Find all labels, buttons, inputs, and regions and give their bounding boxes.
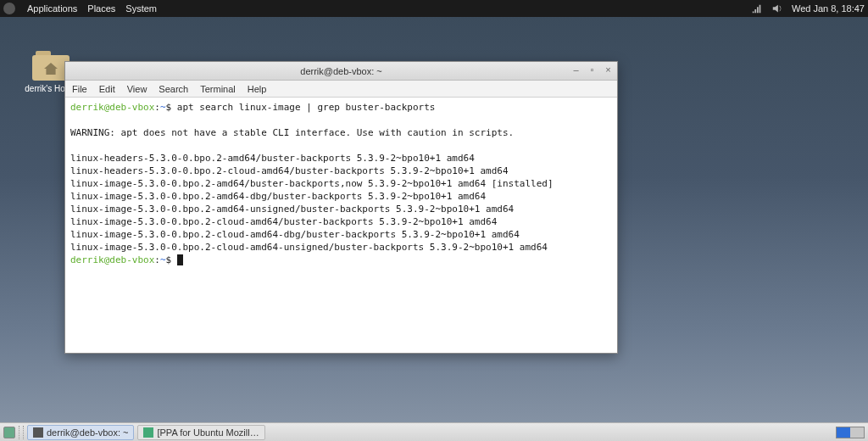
window-title: derrik@deb-vbox: ~ bbox=[300, 66, 381, 76]
taskbar-item-terminal[interactable]: derrik@deb-vbox: ~ bbox=[27, 425, 134, 440]
taskbar-item-label: [PPA for Ubuntu Mozill… bbox=[157, 427, 259, 438]
bottom-taskbar: derrik@deb-vbox: ~ [PPA for Ubuntu Mozil… bbox=[0, 422, 868, 441]
workspace-switcher[interactable] bbox=[836, 427, 865, 438]
window-controls: – ▫ × bbox=[570, 64, 614, 75]
top-panel-left: Applications Places System bbox=[3, 3, 157, 14]
show-desktop-button[interactable] bbox=[3, 427, 15, 438]
maximize-button[interactable]: ▫ bbox=[587, 64, 598, 75]
window-titlebar[interactable]: derrik@deb-vbox: ~ – ▫ × bbox=[65, 62, 617, 81]
menu-file[interactable]: File bbox=[72, 84, 87, 94]
globe-icon bbox=[143, 427, 153, 438]
menu-terminal[interactable]: Terminal bbox=[200, 84, 236, 94]
menu-edit[interactable]: Edit bbox=[99, 84, 115, 94]
activities-logo-icon[interactable] bbox=[3, 3, 15, 14]
volume-icon[interactable] bbox=[771, 3, 783, 14]
taskbar-item-browser[interactable]: [PPA for Ubuntu Mozill… bbox=[137, 425, 264, 440]
menu-applications[interactable]: Applications bbox=[27, 3, 77, 14]
terminal-body[interactable]: derrik@deb-vbox:~$ apt search linux-imag… bbox=[65, 98, 617, 353]
menu-places[interactable]: Places bbox=[87, 3, 115, 14]
menu-system[interactable]: System bbox=[125, 3, 157, 14]
minimize-button[interactable]: – bbox=[570, 64, 581, 75]
taskbar-separator bbox=[19, 426, 24, 439]
menu-view[interactable]: View bbox=[127, 84, 147, 94]
close-button[interactable]: × bbox=[603, 64, 614, 75]
network-icon[interactable] bbox=[751, 3, 763, 14]
window-menubar: File Edit View Search Terminal Help bbox=[65, 81, 617, 98]
top-panel-right: Wed Jan 8, 18:47 bbox=[751, 3, 865, 14]
top-panel: Applications Places System Wed Jan 8, 18… bbox=[0, 0, 868, 17]
menu-help[interactable]: Help bbox=[248, 84, 267, 94]
terminal-window[interactable]: derrik@deb-vbox: ~ – ▫ × File Edit View … bbox=[64, 61, 618, 354]
clock[interactable]: Wed Jan 8, 18:47 bbox=[792, 3, 865, 14]
taskbar-item-label: derrik@deb-vbox: ~ bbox=[47, 427, 128, 438]
terminal-icon bbox=[33, 427, 43, 438]
menu-search[interactable]: Search bbox=[159, 84, 188, 94]
